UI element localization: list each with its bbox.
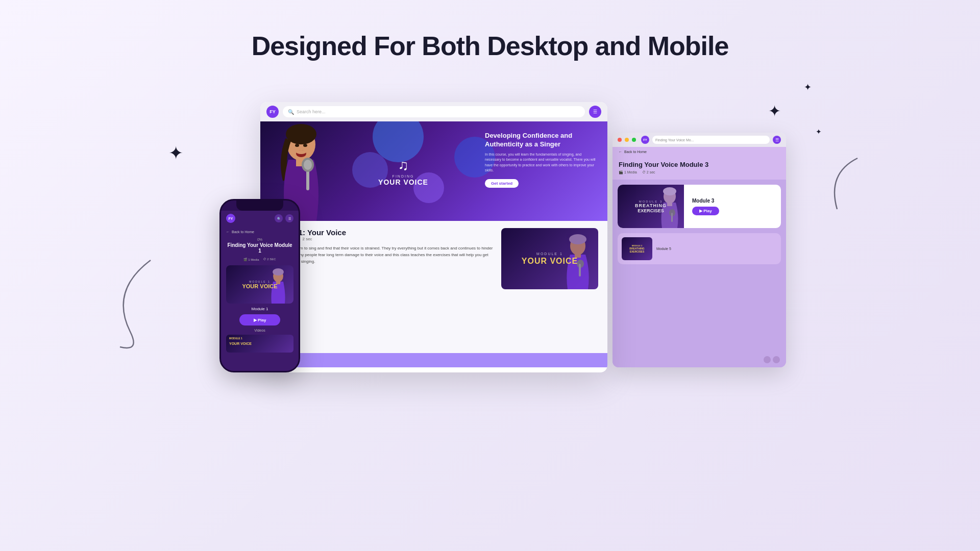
small-card-thumb-label: MODULE 3 (635, 200, 667, 203)
hero-text-area: Developing Confidence and Authenticity a… (485, 132, 597, 188)
phone-videos-label: Videos (221, 329, 299, 332)
phone-module-label: Module 1 (221, 307, 299, 311)
window-expand-dot[interactable] (632, 138, 636, 142)
small-card-thumb-subtitle: BREATHING (635, 203, 667, 208)
small-card-info: Module 3 ▶ Play (688, 194, 781, 219)
phone-menu-icon[interactable]: ☰ (285, 214, 293, 222)
module-title: Module 1: Your Voice (270, 228, 494, 237)
phone-play-button[interactable]: ▶ Play (239, 314, 280, 325)
module-description: Many people learn to sing and find that … (270, 245, 494, 265)
phone-thumbnail: MODULE 1 YOUR VOICE (226, 265, 293, 304)
small-browser-url[interactable]: Finding Your Voice Mo... (652, 136, 770, 144)
small-module-header: Finding Your Voice Module 3 🎬 1 Media ⏱ … (612, 157, 786, 180)
small-browser-bar: FY Finding Your Voice Mo... ☰ (612, 133, 786, 147)
phone-progress: 0% (221, 238, 299, 241)
hero-title: Developing Confidence and Authenticity a… (485, 132, 597, 149)
back-arrow-icon: ← (226, 230, 230, 234)
svg-rect-20 (667, 202, 672, 206)
small-module-title: Finding Your Voice Module 3 (619, 161, 780, 168)
phone-media-label: 🎬 1 Media (243, 258, 259, 261)
search-placeholder-text: Search here... (297, 109, 326, 114)
nav-dot-1[interactable] (764, 356, 771, 363)
small-module-meta: 🎬 1 Media ⏱ 2 sec (619, 170, 780, 174)
module-info: Module 1: Your Voice 🎬 1 Media ⏱ 2 sec M… (270, 228, 494, 346)
hero-description: In this course, you will learn the funda… (485, 152, 597, 173)
phone-thumb-text: MODULE 1 YOUR VOICE (242, 280, 277, 289)
sparkle-icon-2: ✦ (804, 82, 812, 93)
small-second-card-label: Module 5 (656, 247, 671, 251)
phone-content: ← Back to Home 0% Finding Your Voice Mod… (221, 226, 299, 371)
decorative-curve (100, 250, 161, 352)
small-back-label: Back to Home (624, 150, 647, 154)
module-meta: 🎬 1 Media ⏱ 2 sec (270, 237, 494, 241)
svg-point-9 (304, 160, 312, 170)
phone-back-label: Back to Home (232, 230, 254, 234)
page-title: Designed For Both Desktop and Mobile (0, 0, 980, 61)
nav-dot-2[interactable] (773, 356, 780, 363)
module-thumb-title: YOUR VOICE (522, 257, 578, 266)
svg-point-16 (273, 268, 284, 276)
window-minimize-dot[interactable] (625, 138, 629, 142)
decorative-line-right (822, 153, 863, 214)
small-back-arrow-icon: ← (619, 150, 622, 154)
phone-notch (236, 201, 283, 211)
phone-bottom-thumbnail: MODULE 1 YOUR VOICE (226, 335, 293, 353)
small-card-thumb-text: MODULE 3 BREATHING EXERCISES (635, 200, 667, 213)
small-media-icon: 🎬 (619, 170, 623, 174)
browser-search-bar[interactable]: 🔍 Search here... (283, 106, 585, 117)
desktop-browser: FY 🔍 Search here... ☰ (260, 102, 607, 372)
course-badge-title: YOUR VOICE (378, 178, 428, 186)
small-browser-menu[interactable]: ☰ (773, 136, 781, 144)
small-desktop-browser: FY Finding Your Voice Mo... ☰ ← Back to … (612, 133, 786, 367)
phone-module-meta: 🎬 1 Media ⏱ 2 SEC (221, 258, 299, 261)
sparkle-icon-4: ✦ (168, 143, 183, 163)
small-back-nav[interactable]: ← Back to Home (612, 147, 786, 157)
small-card-play-button[interactable]: ▶ Play (692, 207, 719, 215)
small-media-meta: 🎬 1 Media (619, 170, 637, 174)
hamburger-icon: ☰ (593, 109, 597, 114)
small-bottom-nav-bar (612, 352, 786, 367)
course-section: Module 1: Your Voice 🎬 1 Media ⏱ 2 sec M… (260, 221, 607, 353)
search-icon: 🔍 (288, 109, 294, 115)
phone-search-icon[interactable]: 🔍 (275, 214, 283, 222)
module-thumb-text: MODULE 1 YOUR VOICE (522, 252, 578, 266)
browser-bar: FY 🔍 Search here... ☰ (260, 102, 607, 121)
hero-cta-button[interactable]: Get started (485, 179, 519, 188)
window-close-dot[interactable] (618, 138, 622, 142)
module-thumb-label: MODULE 1 (522, 252, 578, 256)
phone-time-label: ⏱ 2 SEC (263, 258, 276, 261)
small-browser-content: ← Back to Home Finding Your Voice Module… (612, 147, 786, 367)
small-module-card: MODULE 3 BREATHING EXERCISES Module 3 ▶ … (618, 185, 781, 228)
phone-logo: FY (226, 214, 235, 223)
small-nav-dots (764, 356, 780, 363)
menu-button[interactable]: ☰ (589, 106, 601, 118)
small-card-thumbnail: MODULE 3 BREATHING EXERCISES (618, 185, 684, 228)
sparkle-icon-3: ✦ (816, 128, 822, 136)
small-second-thumbnail: MODULE 3BREATHINGEXERCISES (622, 237, 652, 260)
svg-point-5 (295, 144, 299, 147)
small-card-module-label: Module 3 (692, 198, 777, 204)
course-badge-label: FINDING (378, 174, 428, 178)
devices-container: FY 🔍 Search here... ☰ (235, 82, 745, 490)
module-thumbnail: MODULE 1 YOUR VOICE (501, 228, 598, 289)
phone-thumb-module-title: YOUR VOICE (242, 283, 277, 289)
small-second-thumb-text: MODULE 3BREATHINGEXERCISES (628, 243, 645, 254)
phone-media-icon: 🎬 (243, 258, 247, 261)
phone-status-bar: FY 🔍 ☰ (221, 211, 299, 226)
svg-rect-14 (579, 264, 581, 277)
phone-module-title: Finding Your Voice Module 1 (221, 242, 299, 254)
svg-point-6 (303, 144, 307, 147)
phone-clock-icon: ⏱ (263, 258, 266, 261)
small-clock-icon: ⏱ (642, 170, 646, 174)
svg-point-19 (663, 187, 676, 195)
small-card-thumb-title: EXERCISES (635, 208, 667, 213)
phone-back-nav[interactable]: ← Back to Home (221, 226, 299, 238)
hero-section: ♫ FINDING YOUR VOICE Developing Confiden… (260, 121, 607, 221)
small-browser-logo: FY (641, 136, 649, 144)
browser-content: ♫ FINDING YOUR VOICE Developing Confiden… (260, 121, 607, 372)
sparkle-icon-1: ✦ (768, 102, 781, 120)
small-second-card: MODULE 3BREATHINGEXERCISES Module 5 (618, 233, 781, 264)
music-notes-icon: ♫ (378, 157, 428, 173)
course-badge: ♫ FINDING YOUR VOICE (378, 157, 428, 186)
browser-bottom-bar (260, 353, 607, 367)
